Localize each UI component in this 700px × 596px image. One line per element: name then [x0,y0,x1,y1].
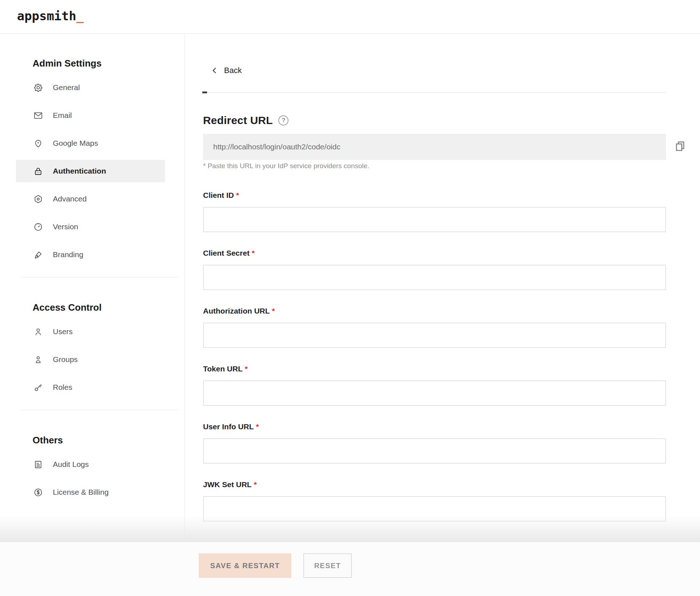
field-label: Client ID [203,191,234,199]
map-pin-icon [33,139,43,148]
sidebar-item-label: License & Billing [53,488,109,497]
authorization-url-input[interactable] [203,323,666,348]
field-label: User Info URL [203,422,254,431]
required-marker: * [252,249,254,257]
gear-icon [33,83,43,93]
clock-icon [33,222,43,232]
field-label: Token URL [203,365,243,373]
sidebar-item-users[interactable]: Users [16,320,165,343]
logo-cursor: _ [76,9,84,23]
sidebar-item-email[interactable]: Email [16,104,165,127]
sidebar-item-label: Email [53,111,72,120]
appsmith-logo[interactable]: appsmith_ [17,9,84,23]
sidebar-item-advanced[interactable]: Advanced [16,188,165,210]
sidebar-item-general[interactable]: General [16,76,165,99]
top-header-bar: appsmith_ [0,0,700,34]
field-label: JWK Set URL [203,480,252,489]
back-button[interactable]: Back [211,66,242,75]
user-info-url-input[interactable] [203,438,666,464]
jwk-set-url-input[interactable] [203,496,666,522]
sidebar-item-branding[interactable]: Branding [16,243,165,266]
field-group-authorization-url: Authorization URL* [203,307,666,348]
reset-button[interactable]: RESET [303,553,352,578]
chevron-left-icon [211,67,218,74]
required-marker: * [254,480,257,489]
sidebar-item-audit-logs[interactable]: Audit Logs [16,453,165,476]
sidebar-item-roles[interactable]: Roles [16,376,165,399]
group-icon [33,355,43,365]
sidebar-item-version[interactable]: Version [16,216,165,238]
sidebar-item-label: Advanced [53,195,87,203]
hexagon-icon [33,194,43,204]
required-marker: * [272,307,275,315]
token-url-input[interactable] [203,380,666,406]
copy-icon[interactable] [674,140,686,153]
sidebar-heading-access-control: Access Control [33,302,185,313]
sidebar-item-label: Branding [53,250,83,259]
field-group-jwk-set-url: JWK Set URL* [203,480,666,522]
field-group-client-id: Client ID* [203,191,666,232]
sidebar-item-groups[interactable]: Groups [16,348,165,371]
redirect-url-hint: * Paste this URL in your IdP service pro… [203,162,369,170]
footer-action-bar: SAVE & RESTART RESET [0,542,700,596]
help-icon[interactable]: ? [278,115,288,125]
mail-icon [33,111,43,120]
sidebar-item-label: Google Maps [53,139,98,148]
field-label: Client Secret [203,249,249,257]
sidebar-item-label: Roles [53,383,72,392]
required-marker: * [256,422,259,431]
page-title: Redirect URL [203,114,273,127]
sidebar-heading-admin-settings: Admin Settings [33,34,185,69]
redirect-url-field[interactable] [203,134,666,160]
sidebar-item-label: Audit Logs [53,460,89,469]
admin-settings-page: appsmith_ Admin Settings General Email G… [0,0,700,596]
user-icon [33,327,43,337]
field-group-user-info-url: User Info URL* [203,422,666,464]
required-marker: * [236,191,239,199]
sidebar-item-label: General [53,83,80,92]
dollar-icon [33,488,43,497]
sidebar-item-label: Version [53,222,78,231]
logo-text: appsmith [17,9,76,23]
sidebar-item-label: Groups [53,355,78,364]
sidebar-item-license-billing[interactable]: License & Billing [16,481,165,503]
client-id-input[interactable] [203,207,666,232]
sidebar-item-label: Users [53,327,73,336]
sidebar-item-label: Authentication [53,167,106,175]
field-group-token-url: Token URL* [203,365,666,406]
required-marker: * [245,365,248,373]
client-secret-input[interactable] [203,265,666,290]
section-divider [203,92,666,93]
field-label: Authorization URL [203,307,270,315]
save-and-restart-button[interactable]: SAVE & RESTART [199,553,291,578]
lock-icon [33,166,43,176]
sidebar-item-google-maps[interactable]: Google Maps [16,132,165,154]
sidebar-item-authentication[interactable]: Authentication [16,160,165,182]
pen-icon [33,250,43,260]
back-label: Back [224,66,242,75]
sidebar-heading-others: Others [33,435,185,446]
settings-sidebar: Admin Settings General Email Google Maps… [0,34,185,542]
list-icon [33,460,43,469]
key-icon [33,383,43,392]
tab-indicator-dash [202,91,207,93]
field-group-client-secret: Client Secret* [203,249,666,290]
